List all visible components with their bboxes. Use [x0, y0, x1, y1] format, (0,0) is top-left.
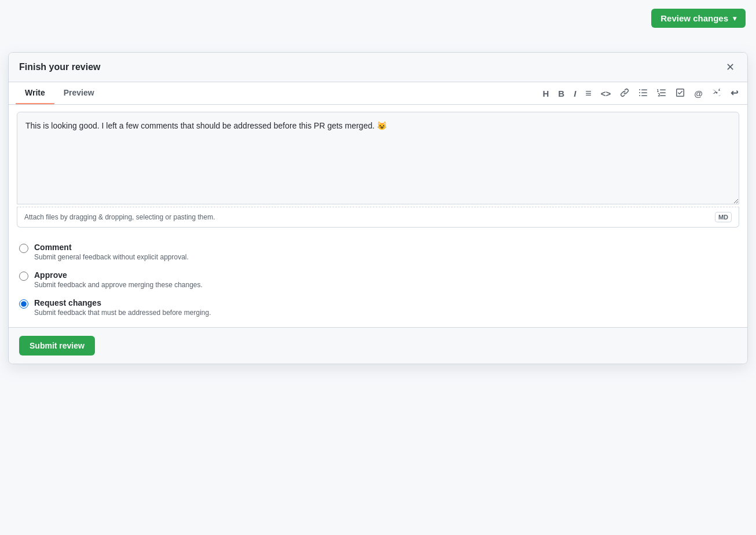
dialog-footer: Submit review: [9, 327, 747, 364]
bold-icon[interactable]: B: [556, 87, 567, 100]
comment-radio[interactable]: [19, 244, 28, 253]
approve-option-title: Approve: [34, 270, 203, 280]
option-request-changes[interactable]: Request changes Submit feedback that mus…: [19, 298, 737, 317]
request-changes-option-title: Request changes: [34, 298, 211, 307]
close-icon: ✕: [726, 61, 735, 73]
code-icon[interactable]: <>: [599, 87, 614, 100]
markdown-badge: MD: [715, 212, 732, 222]
request-changes-option-content: Request changes Submit feedback that mus…: [34, 298, 211, 317]
tabs-toolbar: Write Preview H B I ≡ <> @: [9, 82, 747, 105]
unordered-list-icon[interactable]: [636, 86, 650, 100]
dialog-title: Finish your review: [19, 62, 100, 72]
attach-text: Attach files by dragging & dropping, sel…: [24, 213, 215, 221]
mention-icon[interactable]: @: [692, 87, 705, 100]
review-dialog: Finish your review ✕ Write Preview H B I…: [8, 52, 748, 364]
toolbar-icons: H B I ≡ <> @ ↩: [540, 86, 740, 100]
top-bar: Review changes ▾: [0, 0, 756, 36]
request-changes-radio[interactable]: [19, 299, 28, 309]
request-changes-option-desc: Submit feedback that must be addressed b…: [34, 309, 211, 317]
reference-icon[interactable]: [710, 86, 724, 100]
option-approve[interactable]: Approve Submit feedback and approve merg…: [19, 270, 737, 289]
dialog-header: Finish your review ✕: [9, 53, 747, 82]
close-button[interactable]: ✕: [724, 61, 737, 74]
chevron-down-icon: ▾: [733, 14, 736, 23]
undo-icon[interactable]: ↩: [728, 87, 740, 100]
comment-option-title: Comment: [34, 243, 189, 252]
editor-area: This is looking good. I left a few comme…: [9, 105, 747, 234]
tabs: Write Preview: [16, 82, 104, 104]
submit-review-label: Submit review: [30, 341, 85, 350]
comment-option-content: Comment Submit general feedback without …: [34, 243, 189, 261]
review-changes-label: Review changes: [660, 13, 728, 23]
italic-icon[interactable]: I: [571, 87, 578, 100]
heading-icon[interactable]: H: [540, 87, 551, 100]
approve-option-content: Approve Submit feedback and approve merg…: [34, 270, 203, 289]
ordered-list-icon[interactable]: [655, 86, 669, 100]
approve-option-desc: Submit feedback and approve merging thes…: [34, 281, 203, 289]
review-textarea[interactable]: This is looking good. I left a few comme…: [17, 112, 739, 204]
tab-preview[interactable]: Preview: [54, 82, 104, 104]
approve-radio[interactable]: [19, 272, 28, 281]
link-icon[interactable]: [618, 86, 632, 100]
comment-option-desc: Submit general feedback without explicit…: [34, 253, 189, 261]
quote-icon[interactable]: ≡: [583, 86, 594, 100]
file-attach-bar: Attach files by dragging & dropping, sel…: [17, 207, 739, 228]
tab-write[interactable]: Write: [16, 82, 54, 104]
review-options: Comment Submit general feedback without …: [9, 234, 747, 327]
task-list-icon[interactable]: [673, 86, 687, 100]
option-comment[interactable]: Comment Submit general feedback without …: [19, 243, 737, 261]
review-changes-button[interactable]: Review changes ▾: [651, 9, 746, 28]
submit-review-button[interactable]: Submit review: [19, 336, 95, 356]
